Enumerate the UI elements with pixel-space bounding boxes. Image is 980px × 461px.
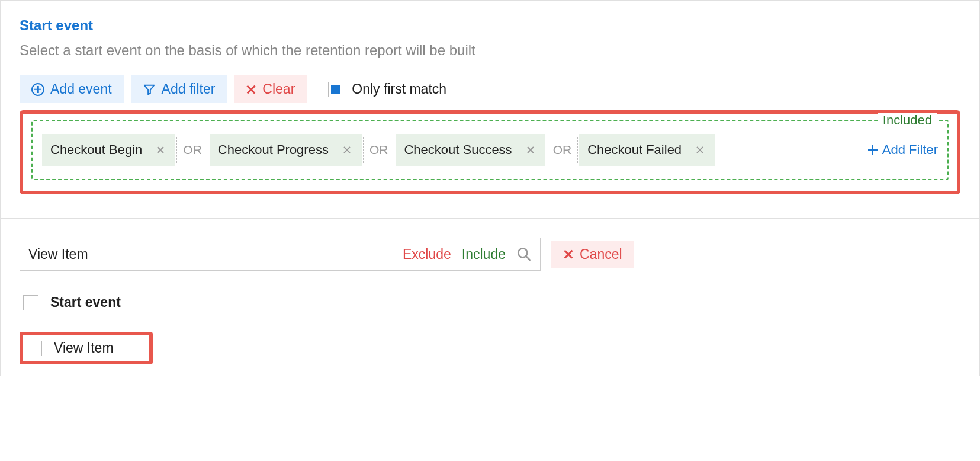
event-chip-label: Checkout Begin: [50, 142, 142, 158]
search-box: Exclude Include: [20, 238, 541, 271]
search-actions: Exclude Include: [403, 246, 532, 262]
search-icon[interactable]: [516, 246, 532, 262]
or-separator: OR: [547, 137, 579, 163]
event-chip-label: Checkout Success: [404, 142, 512, 158]
search-input[interactable]: [28, 246, 403, 262]
result-item-label: View Item: [54, 340, 114, 356]
event-chip[interactable]: Checkout Success: [396, 134, 545, 166]
search-section: Exclude Include Cancel Start e: [1, 219, 979, 376]
result-group-label: Start event: [50, 294, 121, 310]
start-event-section: Start event Select a start event on the …: [1, 1, 979, 219]
clear-button[interactable]: Clear: [234, 75, 307, 103]
or-separator: OR: [176, 137, 208, 163]
close-icon: [343, 146, 351, 154]
plus-icon: [868, 145, 878, 155]
add-event-label: Add event: [50, 81, 112, 97]
include-button[interactable]: Include: [462, 246, 506, 262]
checkbox-empty[interactable]: [23, 295, 38, 310]
close-icon: [156, 146, 165, 154]
add-filter-label: Add filter: [162, 81, 216, 97]
clear-label: Clear: [262, 81, 295, 97]
search-results: Start event View Item: [20, 290, 960, 364]
remove-chip-button[interactable]: [693, 140, 706, 160]
included-highlight: Included Checkout Begin OR Checkout Prog…: [20, 110, 960, 194]
add-filter-link-label: Add Filter: [882, 142, 938, 158]
close-icon: [246, 84, 256, 95]
add-filter-link[interactable]: Add Filter: [856, 142, 938, 158]
close-icon: [526, 146, 535, 154]
filter-icon: [143, 83, 156, 96]
event-chip-label: Checkout Failed: [587, 142, 682, 158]
close-icon: [696, 146, 704, 154]
event-chip[interactable]: Checkout Progress: [210, 134, 362, 166]
cancel-label: Cancel: [580, 246, 622, 262]
event-chip[interactable]: Checkout Begin: [42, 134, 175, 166]
remove-chip-button[interactable]: [340, 140, 354, 160]
event-chip-label: Checkout Progress: [218, 142, 329, 158]
add-filter-button[interactable]: Add filter: [131, 75, 227, 103]
included-events-box: Included Checkout Begin OR Checkout Prog…: [31, 120, 949, 180]
result-item[interactable]: View Item: [27, 340, 114, 356]
close-icon: [563, 249, 574, 260]
plus-circle-icon: [31, 83, 44, 96]
add-event-button[interactable]: Add event: [20, 75, 124, 103]
event-chip[interactable]: Checkout Failed: [579, 134, 715, 166]
included-label: Included: [878, 113, 937, 128]
exclude-button[interactable]: Exclude: [403, 246, 451, 262]
start-event-panel: Start event Select a start event on the …: [0, 0, 980, 376]
or-separator: OR: [363, 137, 395, 163]
section-title: Start event: [20, 17, 960, 34]
checkbox-empty[interactable]: [27, 341, 42, 356]
result-item-highlight: View Item: [20, 332, 153, 364]
section-subtitle: Select a start event on the basis of whi…: [20, 42, 960, 59]
result-group-header[interactable]: Start event: [20, 290, 960, 315]
remove-chip-button[interactable]: [154, 140, 167, 160]
search-row: Exclude Include Cancel: [20, 238, 960, 271]
remove-chip-button[interactable]: [524, 140, 537, 160]
cancel-button[interactable]: Cancel: [551, 241, 634, 268]
result-item-wrap: View Item: [20, 332, 960, 364]
only-first-match-option[interactable]: Only first match: [328, 81, 446, 97]
toolbar: Add event Add filter Clear Only first ma…: [20, 75, 960, 103]
checkbox-checked[interactable]: [328, 82, 343, 97]
only-first-match-label: Only first match: [352, 81, 446, 97]
svg-line-1: [526, 256, 530, 260]
